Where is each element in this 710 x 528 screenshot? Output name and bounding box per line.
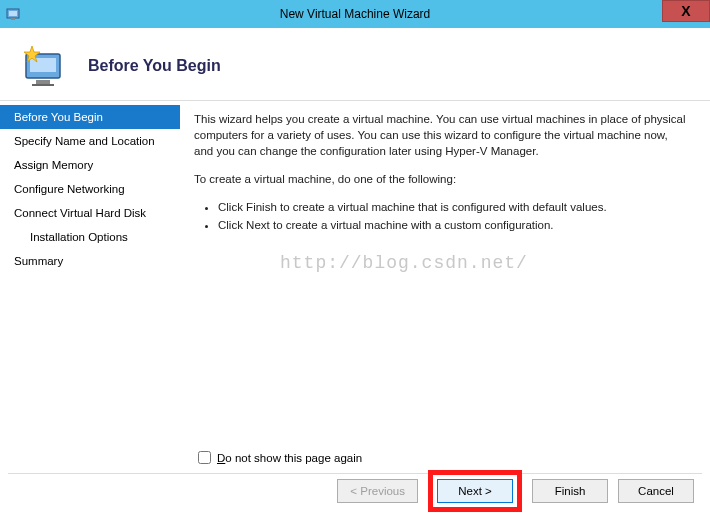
window-title: New Virtual Machine Wizard: [280, 7, 431, 21]
sidebar-item-configure-networking[interactable]: Configure Networking: [0, 177, 180, 201]
svg-rect-1: [9, 11, 17, 16]
bullet-next: Click Next to create a virtual machine w…: [218, 217, 690, 233]
svg-rect-5: [36, 80, 50, 84]
bullet-finish: Click Finish to create a virtual machine…: [218, 199, 690, 215]
wizard-sidebar: Before You Begin Specify Name and Locati…: [0, 101, 180, 461]
wizard-body: Before You Begin Specify Name and Locati…: [0, 101, 710, 461]
wizard-header: Before You Begin: [0, 28, 710, 101]
page-title: Before You Begin: [88, 57, 221, 75]
sidebar-item-before-you-begin[interactable]: Before You Begin: [0, 105, 180, 129]
app-icon: [6, 6, 22, 22]
bullet-list: Click Finish to create a virtual machine…: [218, 199, 690, 233]
main-content: This wizard helps you create a virtual m…: [180, 101, 710, 461]
sidebar-item-summary[interactable]: Summary: [0, 249, 180, 273]
sidebar-item-installation-options[interactable]: Installation Options: [0, 225, 180, 249]
sidebar-item-connect-vhd[interactable]: Connect Virtual Hard Disk: [0, 201, 180, 225]
finish-button[interactable]: Finish: [532, 479, 608, 503]
next-button[interactable]: Next >: [437, 479, 513, 503]
svg-rect-2: [11, 18, 15, 20]
wizard-icon: [18, 42, 66, 90]
titlebar: New Virtual Machine Wizard X: [0, 0, 710, 28]
dont-show-label: Do not show this page again: [217, 452, 362, 464]
sidebar-item-assign-memory[interactable]: Assign Memory: [0, 153, 180, 177]
intro-text: This wizard helps you create a virtual m…: [194, 111, 690, 159]
previous-button: < Previous: [337, 479, 418, 503]
prompt-text: To create a virtual machine, do one of t…: [194, 171, 690, 187]
next-button-highlight: Next >: [428, 470, 522, 512]
dont-show-checkbox[interactable]: [198, 451, 211, 464]
sidebar-item-specify-name[interactable]: Specify Name and Location: [0, 129, 180, 153]
close-button[interactable]: X: [662, 0, 710, 22]
cancel-button[interactable]: Cancel: [618, 479, 694, 503]
watermark-text: http://blog.csdn.net/: [280, 251, 528, 276]
dont-show-checkbox-row[interactable]: Do not show this page again: [198, 451, 362, 464]
svg-rect-6: [32, 84, 54, 86]
svg-rect-4: [30, 58, 56, 72]
button-row: < Previous Next > Finish Cancel: [337, 470, 694, 512]
